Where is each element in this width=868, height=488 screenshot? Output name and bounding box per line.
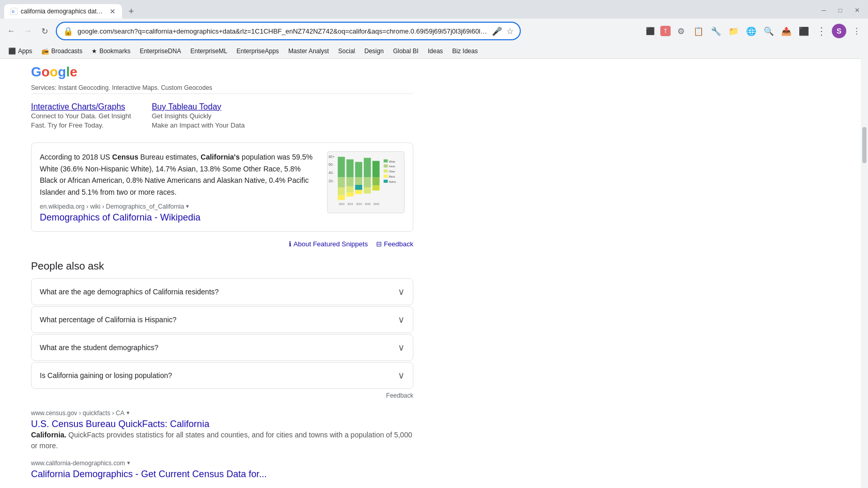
bookmark-broadcasts[interactable]: 📻 Broadcasts: [37, 46, 86, 56]
title-bar: G california demographics data - ... ✕ +…: [0, 0, 868, 19]
apps-button[interactable]: ⋮: [814, 24, 829, 38]
svg-text:60-: 60-: [329, 163, 334, 167]
svg-text:40-: 40-: [329, 171, 334, 175]
snippet-content: According to 2018 US Census Bureau estim…: [40, 151, 319, 223]
new-tab-button[interactable]: +: [124, 4, 138, 19]
svg-rect-12: [347, 193, 354, 197]
scrollbar[interactable]: [861, 50, 868, 488]
svg-rect-9: [347, 160, 354, 178]
extensions-button[interactable]: ⬛: [643, 24, 657, 38]
result-title-2[interactable]: California Demographics - Get Current Ce…: [31, 469, 413, 480]
paa-title: People also ask: [31, 260, 413, 272]
about-snippets-link[interactable]: ℹ About Featured Snippets: [289, 240, 368, 248]
bookmark-star-icon[interactable]: ☆: [506, 26, 514, 36]
snippet-text: According to 2018 US Census Bureau estim…: [40, 151, 319, 198]
svg-rect-18: [364, 178, 371, 188]
nav-arrows: ← → ↻: [4, 24, 52, 38]
bookmark-masteranalyst[interactable]: Master Analyst: [284, 46, 333, 56]
bookmarks-bar: ⬛ Apps 📻 Broadcasts ★ Bookmarks Enterpri…: [0, 43, 868, 59]
chrome-icon2[interactable]: 📋: [691, 24, 706, 38]
bookmark-apps[interactable]: ⬛ Apps: [4, 46, 36, 56]
star-icon: ★: [91, 48, 97, 55]
dropdown-arrow[interactable]: ▾: [186, 203, 189, 210]
svg-rect-15: [355, 185, 362, 190]
demographic-chart-svg: 80+ 60- 40- 20-: [328, 151, 404, 213]
result-item-2: www.california-demographics.com ▾ Califo…: [31, 460, 413, 480]
svg-text:Black: Black: [389, 176, 395, 178]
bookmark-enterprisedna[interactable]: EnterpriseDNA: [135, 46, 185, 56]
back-button[interactable]: ←: [4, 24, 19, 38]
broadcasts-icon: 📻: [41, 48, 49, 55]
snippet-chart-image: 80+ 60- 40- 20-: [327, 151, 405, 213]
svg-rect-13: [355, 162, 362, 178]
bookmark-enterpriseapps[interactable]: EnterpriseApps: [233, 46, 283, 56]
ad-item-2: Buy Tableau Today Get Insights Quickly M…: [152, 102, 245, 130]
svg-text:White: White: [389, 161, 395, 163]
result-url-2: www.california-demographics.com ▾: [31, 460, 413, 467]
svg-rect-22: [373, 185, 380, 191]
result-title-1[interactable]: U.S. Census Bureau QuickFacts: Californi…: [31, 419, 413, 430]
tab-title: california demographics data - ...: [21, 8, 103, 15]
chrome-icon1[interactable]: ⚙: [674, 24, 688, 38]
ad-services-text: Services: Instant Geocoding. Interactive…: [31, 83, 413, 94]
active-tab[interactable]: G california demographics data - ... ✕: [4, 4, 122, 19]
paa-question-3[interactable]: What are the student demographics? ∨: [32, 335, 413, 360]
chrome-icon7[interactable]: 📤: [779, 24, 794, 38]
ad-title-2[interactable]: Buy Tableau Today: [152, 102, 245, 112]
tableau-icon[interactable]: T: [660, 26, 671, 36]
right-sidebar: [413, 59, 620, 488]
ad-title-1[interactable]: Interactive Charts/Graphs: [31, 102, 131, 112]
bookmark-globalbi[interactable]: Global BI: [389, 46, 423, 56]
bookmark-social[interactable]: Social: [334, 46, 360, 56]
svg-text:80+: 80+: [329, 155, 335, 159]
profile-button[interactable]: S: [832, 24, 846, 38]
svg-text:20-: 20-: [329, 179, 334, 183]
bookmark-bookmarks[interactable]: ★ Bookmarks: [87, 46, 134, 56]
bookmark-design[interactable]: Design: [360, 46, 388, 56]
chrome-icon6[interactable]: 🔍: [762, 24, 776, 38]
svg-rect-17: [364, 158, 371, 177]
mic-icon[interactable]: 🎤: [492, 26, 502, 36]
url-dropdown-2[interactable]: ▾: [127, 460, 130, 466]
google-header: Google: [31, 59, 413, 83]
tab-close-button[interactable]: ✕: [110, 7, 116, 15]
menu-button[interactable]: ⋮: [849, 24, 864, 38]
chrome-icon8[interactable]: ⬛: [797, 24, 811, 38]
google-logo: Google: [31, 64, 78, 80]
chrome-icon3[interactable]: 🔧: [709, 24, 723, 38]
snippet-feedback-link[interactable]: ⊟ Feedback: [376, 240, 413, 248]
forward-button[interactable]: →: [21, 24, 35, 38]
address-bar[interactable]: 🔒 google.com/search?q=california+demogra…: [56, 22, 521, 40]
chrome-icon5[interactable]: 🌐: [744, 24, 758, 38]
bookmark-ideas[interactable]: Ideas: [424, 46, 447, 56]
scrollbar-thumb[interactable]: [862, 127, 866, 163]
result-item-1: www.census.gov › quickfacts › CA ▾ U.S. …: [31, 410, 413, 451]
paa-question-2[interactable]: What percentage of California is Hispani…: [32, 307, 413, 333]
snippet-title-link[interactable]: Demographics of California - Wikipedia: [40, 212, 319, 223]
main-content: Google Services: Instant Geocoding. Inte…: [0, 59, 413, 488]
refresh-button[interactable]: ↻: [37, 24, 52, 38]
paa-question-4[interactable]: Is California gaining or losing populati…: [32, 363, 413, 388]
feedback-icon: ⊟: [376, 240, 382, 248]
lock-icon: 🔒: [63, 26, 73, 36]
snippet-bold-california: California's: [200, 153, 240, 161]
svg-text:G: G: [12, 10, 14, 13]
minimize-button[interactable]: ─: [817, 6, 830, 15]
people-also-ask-section: People also ask What are the age demogra…: [31, 260, 413, 401]
url-dropdown-1[interactable]: ▾: [127, 410, 130, 416]
url-text[interactable]: google.com/search?q=california+demograph…: [78, 27, 488, 35]
bookmark-enterpriseml[interactable]: EnterpriseML: [186, 46, 231, 56]
paa-question-1[interactable]: What are the age demographics of Califor…: [32, 279, 413, 305]
snippet-url[interactable]: en.wikipedia.org › wiki › Demographics_o…: [40, 203, 319, 210]
ad-desc-2b: Make an Impact with Your Data: [152, 121, 245, 130]
snippet-mid: Bureau estimates,: [138, 153, 201, 161]
maximize-button[interactable]: □: [834, 6, 846, 15]
window-controls: ─ □ ✕: [817, 6, 864, 17]
close-window-button[interactable]: ✕: [850, 6, 864, 15]
bookmark-bizideas[interactable]: Biz Ideas: [448, 46, 482, 56]
chrome-icon4[interactable]: 📁: [726, 24, 741, 38]
snippet-source: en.wikipedia.org › wiki › Demographics_o…: [40, 203, 319, 223]
svg-text:Other: Other: [389, 171, 395, 174]
paa-item-4: Is California gaining or losing populati…: [31, 362, 413, 389]
svg-rect-20: [373, 161, 380, 178]
